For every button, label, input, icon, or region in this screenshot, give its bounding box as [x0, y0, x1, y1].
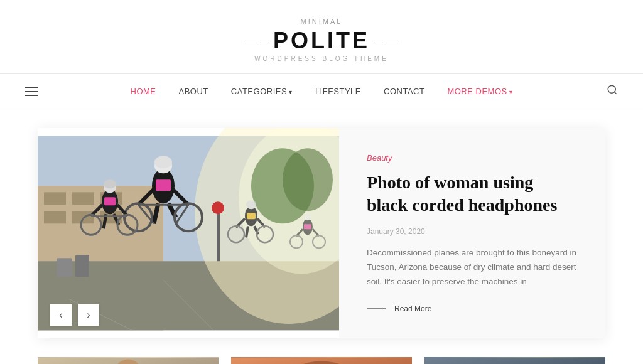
logo-line-long-r: [386, 41, 398, 41]
logo-wrap: POLITE: [0, 28, 643, 54]
nav-links-list: HOME ABOUT CATEGORIES LIFESTYLE CONTACT …: [131, 87, 513, 96]
site-header: MINIMAL POLITE WORDPRESS BLOG THEME: [0, 0, 643, 74]
svg-rect-59: [75, 255, 89, 277]
svg-point-15: [283, 148, 333, 211]
svg-line-1: [614, 92, 616, 94]
nav-link-lifestyle[interactable]: LIFESTYLE: [315, 87, 361, 96]
logo-line-short-r: [376, 41, 384, 41]
nav-link-more-demos[interactable]: MORE DEMOS: [447, 87, 512, 96]
svg-point-41: [246, 200, 256, 209]
hero-article-excerpt: Decommissioned planes are brought to thi…: [367, 246, 578, 289]
nav-link-about[interactable]: ABOUT: [179, 87, 208, 96]
hero-article-title: Photo of woman using black corded headph…: [367, 171, 578, 217]
site-title[interactable]: POLITE: [273, 28, 370, 54]
hero-category-label[interactable]: Beauty: [367, 153, 578, 163]
hero-article-date: January 30, 2020: [367, 227, 578, 236]
svg-rect-70: [424, 358, 605, 364]
logo-lines-right: [376, 41, 398, 41]
thumbnail-1[interactable]: [38, 357, 219, 364]
nav-item-home[interactable]: HOME: [131, 87, 156, 96]
svg-rect-8: [44, 211, 66, 223]
thumbnail-2-image: [231, 357, 412, 364]
svg-point-31: [104, 179, 116, 188]
hero-content-panel: Beauty Photo of woman using black corded…: [339, 128, 605, 338]
hero-read-more-link[interactable]: Read More: [367, 304, 578, 313]
hamburger-line-1: [25, 87, 38, 88]
thumbnail-3-image: [424, 357, 605, 364]
hamburger-line-2: [25, 91, 38, 92]
thumbnail-2[interactable]: [231, 357, 412, 364]
svg-rect-51: [304, 224, 311, 229]
minimal-label: MINIMAL: [0, 18, 643, 25]
svg-rect-42: [247, 213, 256, 219]
svg-rect-60: [217, 211, 220, 261]
main-nav: HOME ABOUT CATEGORIES LIFESTYLE CONTACT …: [0, 74, 643, 109]
svg-point-50: [304, 214, 311, 220]
nav-item-more-demos[interactable]: MORE DEMOS: [447, 87, 512, 96]
svg-point-61: [212, 201, 224, 214]
logo-line-short: [259, 41, 267, 41]
nav-link-categories[interactable]: CATEGORIES: [231, 87, 293, 96]
search-icon[interactable]: [607, 84, 618, 99]
svg-rect-58: [57, 258, 72, 277]
hero-section: ‹ › Beauty Photo of woman using black co…: [38, 128, 605, 338]
hero-image-container: ‹ ›: [38, 128, 339, 338]
thumbnail-row: [38, 357, 605, 364]
read-more-label: Read More: [394, 304, 431, 313]
nav-item-contact[interactable]: CONTACT: [384, 87, 424, 96]
hero-next-button[interactable]: ›: [78, 304, 99, 326]
nav-item-lifestyle[interactable]: LIFESTYLE: [315, 87, 361, 96]
thumbnail-3[interactable]: [424, 357, 605, 364]
hero-prev-button[interactable]: ‹: [50, 304, 72, 326]
nav-item-categories[interactable]: CATEGORIES: [231, 87, 293, 96]
hamburger-menu[interactable]: [25, 87, 38, 96]
nav-item-about[interactable]: ABOUT: [179, 87, 208, 96]
site-subtitle: WORDPRESS BLOG THEME: [0, 55, 643, 62]
logo-lines-left: [245, 41, 267, 41]
logo-line-long: [245, 41, 257, 41]
svg-rect-32: [104, 197, 116, 205]
svg-rect-5: [44, 192, 66, 205]
svg-point-0: [608, 85, 615, 93]
hamburger-line-3: [25, 95, 38, 96]
nav-link-home[interactable]: HOME: [131, 87, 156, 96]
svg-rect-6: [72, 192, 94, 205]
svg-point-18: [154, 156, 172, 168]
nav-link-contact[interactable]: CONTACT: [384, 87, 424, 96]
read-more-line: [367, 308, 386, 309]
svg-rect-19: [156, 179, 171, 191]
thumbnail-1-image: [38, 357, 219, 364]
hero-nav-controls: ‹ ›: [50, 304, 99, 326]
